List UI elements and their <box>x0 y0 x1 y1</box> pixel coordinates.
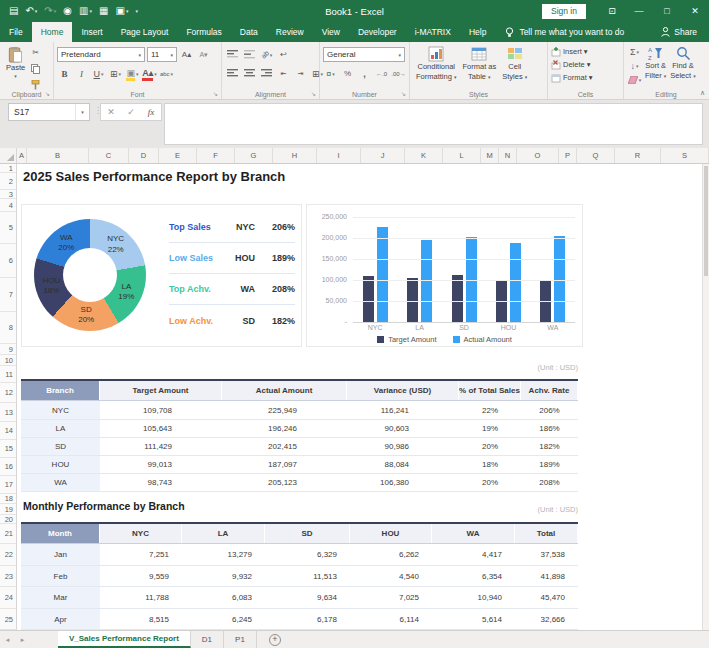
column-header-J[interactable]: J <box>361 148 405 163</box>
bar-actual-amount[interactable] <box>510 243 521 322</box>
align-center-icon[interactable] <box>242 66 257 81</box>
table-header-variance-usd-[interactable]: Variance (USD) <box>347 381 459 400</box>
tab-insert[interactable]: Insert <box>72 22 111 42</box>
cell[interactable]: 19% <box>459 420 521 437</box>
cell[interactable]: 13,279 <box>182 544 265 565</box>
table-header-total[interactable]: Total <box>515 524 578 543</box>
cell[interactable]: 37,538 <box>515 544 578 565</box>
column-header-G[interactable]: G <box>235 148 273 163</box>
column-header-D[interactable]: D <box>129 148 159 163</box>
clear-icon[interactable]: ▾ <box>627 73 642 86</box>
cell[interactable]: 9,634 <box>265 587 350 608</box>
row-header-21[interactable]: 21 <box>0 524 16 544</box>
tab-data[interactable]: Data <box>231 22 267 42</box>
cell[interactable]: LA <box>21 420 100 437</box>
column-header-M[interactable]: M <box>481 148 499 163</box>
insert-cells-button[interactable]: Insert▾ <box>551 45 620 58</box>
bar-actual-amount[interactable] <box>377 227 388 322</box>
cut-icon[interactable]: ✂ <box>28 45 43 60</box>
bar-actual-amount[interactable] <box>554 236 565 322</box>
donut-chart-area[interactable]: NYC22%LA19%SD20%HOU18%WA20% <box>32 217 148 333</box>
layout-icon[interactable]: ▥▾ <box>79 6 92 16</box>
tab-i-matrix[interactable]: i-MATRIX <box>406 22 460 42</box>
cell[interactable]: 111,429 <box>100 438 222 455</box>
table-header-hou[interactable]: HOU <box>350 524 432 543</box>
cell[interactable]: 99,013 <box>100 456 222 473</box>
orientation-icon[interactable]: ab▾ <box>259 47 274 62</box>
row-header-13[interactable]: 13 <box>0 403 16 422</box>
cell[interactable]: NYC <box>21 401 100 419</box>
cell[interactable]: 6,083 <box>182 587 265 608</box>
name-box[interactable]: S17 ▾ <box>8 103 90 121</box>
cell[interactable]: 9,559 <box>100 566 182 586</box>
tab-file[interactable]: File <box>0 22 32 42</box>
table-header--of-total-sales[interactable]: % of Total Sales <box>459 381 521 400</box>
cell[interactable]: 88,084 <box>347 456 459 473</box>
cell[interactable]: Jan <box>21 544 100 565</box>
increase-indent-icon[interactable]: ⇥ <box>293 66 308 81</box>
tab-home[interactable]: Home <box>32 22 73 42</box>
decrease-decimal-icon[interactable]: .00→ <box>391 66 406 81</box>
minimize-icon[interactable]: — <box>625 0 653 22</box>
add-sheet-icon[interactable]: + <box>269 634 281 646</box>
row-header-25[interactable]: 25 <box>0 609 16 630</box>
tab-developer[interactable]: Developer <box>349 22 406 42</box>
cell[interactable]: 206% <box>521 401 578 419</box>
column-header-Q[interactable]: Q <box>577 148 615 163</box>
cell[interactable]: 225,949 <box>222 401 347 419</box>
cell[interactable]: 6,245 <box>182 609 265 629</box>
row-header-9[interactable]: 9 <box>0 344 16 355</box>
cell[interactable]: 90,603 <box>347 420 459 437</box>
row-header-8[interactable]: 8 <box>0 312 16 344</box>
row-header-12[interactable]: 12 <box>0 383 16 403</box>
tab-view[interactable]: View <box>313 22 349 42</box>
cell[interactable]: 9,932 <box>182 566 265 586</box>
row-header-23[interactable]: 23 <box>0 566 16 587</box>
row-header-10[interactable]: 10 <box>0 355 16 366</box>
row-header-24[interactable]: 24 <box>0 587 16 609</box>
cell[interactable]: 11,513 <box>265 566 350 586</box>
sheet-tab-active[interactable]: V_Sales Performance Report <box>58 631 191 648</box>
paste-small-icon[interactable]: ▣▾ <box>115 6 128 16</box>
formula-input[interactable] <box>164 103 703 145</box>
sheet-tab-p1[interactable]: P1 <box>224 631 257 648</box>
phonetic-icon[interactable]: abc▾ <box>159 66 174 81</box>
collapse-ribbon-icon[interactable]: ∧ <box>700 89 705 97</box>
fill-icon[interactable]: ↓▾ <box>627 59 642 72</box>
maximize-icon[interactable]: □ <box>653 0 681 22</box>
column-header-E[interactable]: E <box>159 148 197 163</box>
column-header-O[interactable]: O <box>517 148 559 163</box>
cell[interactable]: 98,743 <box>100 474 222 491</box>
cell-styles-button[interactable]: Cell Styles ▾ <box>499 45 530 87</box>
row-header-16[interactable]: 16 <box>0 458 16 476</box>
row-header-22[interactable]: 22 <box>0 544 16 566</box>
align-top-icon[interactable] <box>225 47 240 62</box>
tab-help[interactable]: Help <box>460 22 495 42</box>
shrink-font-icon[interactable]: A▾ <box>196 47 211 62</box>
format-painter-icon[interactable] <box>28 77 43 92</box>
vertical-scrollbar-thumb[interactable] <box>704 166 708 276</box>
underline-icon[interactable]: U▾ <box>91 66 106 81</box>
row-header-15[interactable]: 15 <box>0 440 16 458</box>
column-header-S[interactable]: S <box>661 148 709 163</box>
column-header-B[interactable]: B <box>27 148 89 163</box>
column-header-N[interactable]: N <box>499 148 517 163</box>
cell[interactable]: 41,898 <box>515 566 578 586</box>
column-header-A[interactable]: A <box>17 148 27 163</box>
font-color-icon[interactable]: A▴▾ <box>142 66 157 81</box>
number-format-combo[interactable]: General▾ <box>323 47 405 62</box>
cell[interactable]: 4,540 <box>350 566 432 586</box>
redo-icon[interactable]: ↷▾ <box>44 6 56 16</box>
percent-style-icon[interactable]: % <box>340 66 355 81</box>
font-name-combo[interactable]: Pretendard▾ <box>57 47 145 62</box>
column-header-K[interactable]: K <box>405 148 443 163</box>
copy-icon[interactable]: ▦ <box>99 6 108 16</box>
table-header-target-amount[interactable]: Target Amount <box>100 381 222 400</box>
cell[interactable]: 8,515 <box>100 609 182 629</box>
table-header-month[interactable]: Month <box>21 524 100 543</box>
table-header-la[interactable]: LA <box>182 524 265 543</box>
cell[interactable]: 20% <box>459 438 521 455</box>
row-header-19[interactable]: 19 <box>0 504 16 515</box>
cell[interactable]: 6,354 <box>432 566 515 586</box>
row-header-20[interactable]: 20 <box>0 515 16 524</box>
